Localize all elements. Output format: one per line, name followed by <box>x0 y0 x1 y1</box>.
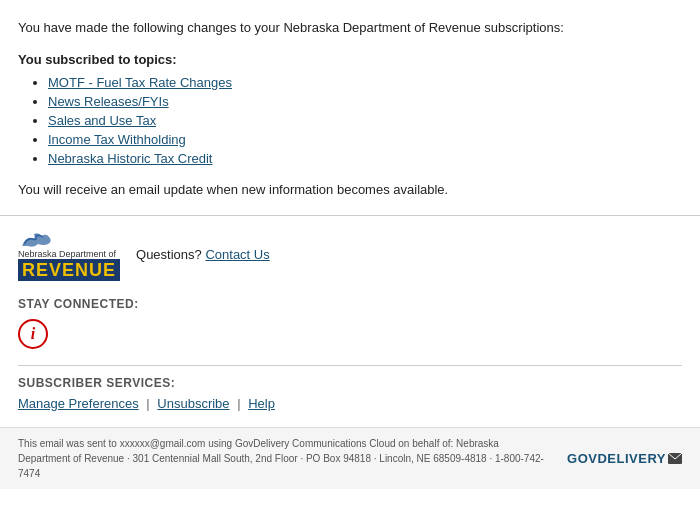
topic-link-1[interactable]: MOTF - Fuel Tax Rate Changes <box>48 75 232 90</box>
subscriber-services-label: SUBSCRIBER SERVICES: <box>18 376 682 390</box>
list-item: News Releases/FYIs <box>48 94 682 109</box>
email-icon <box>668 453 682 464</box>
help-link[interactable]: Help <box>248 396 275 411</box>
topics-list: MOTF - Fuel Tax Rate Changes News Releas… <box>48 75 682 166</box>
separator-2: | <box>237 396 240 411</box>
separator-1: | <box>146 396 149 411</box>
section-divider <box>0 215 700 216</box>
intro-text: You have made the following changes to y… <box>18 18 682 38</box>
subscribed-label: You subscribed to topics: <box>18 52 682 67</box>
revenue-logo-text: REVENUE <box>18 259 120 281</box>
topic-link-2[interactable]: News Releases/FYIs <box>48 94 169 109</box>
bottom-footer-text: This email was sent to xxxxxx@gmail.com … <box>18 436 548 481</box>
list-item: Nebraska Historic Tax Credit <box>48 151 682 166</box>
subscriber-services-section: SUBSCRIBER SERVICES: Manage Preferences … <box>18 365 682 419</box>
govdelivery-logo: GOVDELIVERY <box>567 451 682 466</box>
unsubscribe-link[interactable]: Unsubscribe <box>157 396 229 411</box>
govdelivery-label: GOVDELIVERY <box>567 451 666 466</box>
stay-connected-label: STAY CONNECTED: <box>18 297 682 311</box>
topic-link-4[interactable]: Income Tax Withholding <box>48 132 186 147</box>
nebraska-state-icon <box>18 228 56 250</box>
list-item: Sales and Use Tax <box>48 113 682 128</box>
dept-line-1: Nebraska Department of <box>18 250 116 259</box>
nebraska-logo: Nebraska Department of REVENUE <box>18 228 120 281</box>
bottom-footer: This email was sent to xxxxxx@gmail.com … <box>0 427 700 489</box>
list-item: MOTF - Fuel Tax Rate Changes <box>48 75 682 90</box>
list-item: Income Tax Withholding <box>48 132 682 147</box>
contact-us-link[interactable]: Contact Us <box>205 247 269 262</box>
footer-top: Nebraska Department of REVENUE Questions… <box>18 228 682 281</box>
questions-label: Questions? <box>136 247 202 262</box>
questions-area: Questions? Contact Us <box>136 247 270 262</box>
manage-preferences-link[interactable]: Manage Preferences <box>18 396 139 411</box>
info-social-icon[interactable]: i <box>18 319 48 349</box>
stay-connected-section: STAY CONNECTED: i <box>18 297 682 349</box>
subscriber-links: Manage Preferences | Unsubscribe | Help <box>18 396 682 411</box>
topic-link-3[interactable]: Sales and Use Tax <box>48 113 156 128</box>
topic-link-5[interactable]: Nebraska Historic Tax Credit <box>48 151 212 166</box>
email-update-text: You will receive an email update when ne… <box>18 180 682 200</box>
